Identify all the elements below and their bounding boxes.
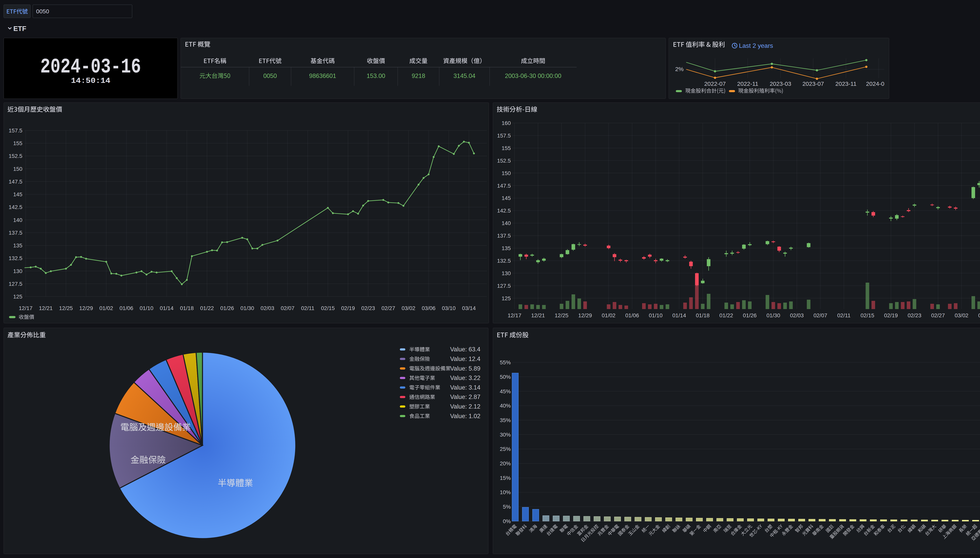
svg-text:01/30: 01/30 <box>240 305 254 311</box>
svg-text:03/02: 03/02 <box>955 312 968 318</box>
svg-text:01/18: 01/18 <box>180 305 194 311</box>
svg-text:Value: 3.22: Value: 3.22 <box>450 374 480 381</box>
svg-text:130: 130 <box>502 270 511 276</box>
svg-text:01/26: 01/26 <box>743 312 756 318</box>
svg-text:12/25: 12/25 <box>59 305 73 311</box>
svg-text:150: 150 <box>502 170 511 176</box>
svg-text:01/26: 01/26 <box>220 305 234 311</box>
svg-text:02/15: 02/15 <box>861 312 874 318</box>
svg-text:153.00: 153.00 <box>367 72 385 79</box>
svg-text:5%: 5% <box>503 504 511 510</box>
svg-text:40%: 40% <box>500 403 511 409</box>
svg-text:02/11: 02/11 <box>301 305 314 311</box>
svg-text:02/23: 02/23 <box>361 305 375 311</box>
svg-text:01/30: 01/30 <box>766 312 780 318</box>
svg-text:142.5: 142.5 <box>8 204 22 210</box>
svg-text:02/03: 02/03 <box>790 312 804 318</box>
svg-text:135: 135 <box>13 243 22 249</box>
svg-text:03/10: 03/10 <box>442 305 456 311</box>
svg-text:127.5: 127.5 <box>497 283 511 289</box>
svg-text:2023-07: 2023-07 <box>802 80 824 87</box>
svg-text:152.5: 152.5 <box>497 158 511 164</box>
svg-text:130: 130 <box>13 268 22 274</box>
svg-text:Value: 5.89: Value: 5.89 <box>450 365 480 372</box>
svg-text:157.5: 157.5 <box>497 133 511 139</box>
svg-text:10%: 10% <box>500 489 511 495</box>
svg-text:01/22: 01/22 <box>200 305 214 311</box>
svg-text:147.5: 147.5 <box>497 183 511 189</box>
svg-text:02/19: 02/19 <box>341 305 355 311</box>
svg-text:03/02: 03/02 <box>401 305 415 311</box>
svg-text:145: 145 <box>13 191 22 197</box>
svg-text:Value: 2.12: Value: 2.12 <box>450 403 480 410</box>
svg-text:03/14: 03/14 <box>462 305 476 311</box>
svg-text:12/29: 12/29 <box>79 305 93 311</box>
svg-text:01/10: 01/10 <box>140 305 153 311</box>
svg-text:145: 145 <box>502 195 511 201</box>
svg-text:01/02: 01/02 <box>602 312 615 318</box>
svg-text:137.5: 137.5 <box>497 233 511 239</box>
svg-text:2022-07: 2022-07 <box>704 80 726 87</box>
svg-text:Value: 1.02: Value: 1.02 <box>450 413 480 420</box>
svg-text:35%: 35% <box>500 417 511 423</box>
svg-text:2%: 2% <box>675 66 684 72</box>
svg-text:2023-03: 2023-03 <box>770 80 791 87</box>
svg-text:140: 140 <box>13 217 22 223</box>
svg-text:55%: 55% <box>500 359 511 366</box>
svg-text:12/17: 12/17 <box>508 312 521 318</box>
svg-text:2024-0: 2024-0 <box>866 80 885 87</box>
svg-text:12/21: 12/21 <box>531 312 545 318</box>
svg-text:25%: 25% <box>500 446 511 452</box>
svg-text:Value: 63.4: Value: 63.4 <box>450 346 480 353</box>
svg-text:02/27: 02/27 <box>381 305 395 311</box>
svg-text:Value: 12.4: Value: 12.4 <box>450 356 480 362</box>
svg-text:127.5: 127.5 <box>8 281 22 287</box>
svg-text:14:50:14: 14:50:14 <box>71 77 110 85</box>
svg-text:98636601: 98636601 <box>309 72 336 79</box>
svg-text:15%: 15% <box>500 475 511 481</box>
svg-text:01/14: 01/14 <box>160 305 173 311</box>
svg-text:135: 135 <box>502 245 511 251</box>
svg-text:45%: 45% <box>500 388 511 394</box>
svg-text:50%: 50% <box>500 374 511 380</box>
svg-text:02/19: 02/19 <box>884 312 898 318</box>
svg-text:140: 140 <box>502 220 511 226</box>
svg-text:02/07: 02/07 <box>281 305 294 311</box>
svg-text:03/06: 03/06 <box>422 305 436 311</box>
svg-text:160: 160 <box>502 120 511 126</box>
svg-text:ETF: ETF <box>13 25 26 32</box>
svg-text:01/06: 01/06 <box>120 305 133 311</box>
svg-text:0050: 0050 <box>263 72 277 79</box>
svg-text:150: 150 <box>13 166 22 172</box>
svg-text:9218: 9218 <box>412 72 425 79</box>
svg-text:01/06: 01/06 <box>625 312 639 318</box>
svg-text:0050: 0050 <box>36 8 49 15</box>
svg-text:2022-11: 2022-11 <box>737 80 758 87</box>
svg-text:Value: 2.87: Value: 2.87 <box>450 394 480 400</box>
svg-text:Value: 3.14: Value: 3.14 <box>450 384 480 391</box>
svg-text:132.5: 132.5 <box>497 258 511 264</box>
svg-text:01/02: 01/02 <box>99 305 113 311</box>
svg-text:03/06: 03/06 <box>978 312 980 318</box>
svg-text:02/11: 02/11 <box>837 312 851 318</box>
svg-text:12/25: 12/25 <box>555 312 568 318</box>
svg-text:30%: 30% <box>500 432 511 438</box>
svg-text:2023-11: 2023-11 <box>835 80 857 87</box>
svg-text:01/10: 01/10 <box>649 312 663 318</box>
svg-text:152.5: 152.5 <box>8 153 22 159</box>
svg-text:3145.04: 3145.04 <box>453 72 475 79</box>
svg-text:132.5: 132.5 <box>8 255 22 261</box>
svg-text:157.5: 157.5 <box>8 128 22 134</box>
svg-text:20%: 20% <box>500 460 511 466</box>
svg-text:147.5: 147.5 <box>8 179 22 185</box>
svg-text:02/03: 02/03 <box>260 305 274 311</box>
svg-text:12/21: 12/21 <box>39 305 53 311</box>
svg-text:0%: 0% <box>503 518 511 524</box>
svg-text:01/14: 01/14 <box>672 312 686 318</box>
svg-text:02/27: 02/27 <box>931 312 945 318</box>
svg-text:12/29: 12/29 <box>578 312 592 318</box>
svg-text:137.5: 137.5 <box>8 230 22 236</box>
svg-text:125: 125 <box>13 294 22 300</box>
svg-text:155: 155 <box>13 140 22 146</box>
svg-text:02/07: 02/07 <box>813 312 827 318</box>
